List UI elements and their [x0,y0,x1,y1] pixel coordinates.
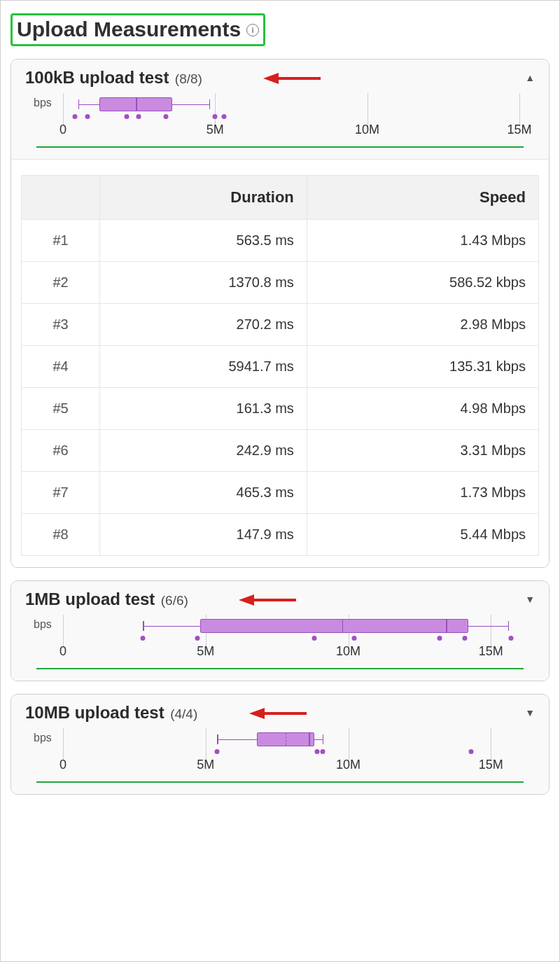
chevron-down-icon[interactable]: ▼ [525,594,535,605]
card-title: 10MB upload test [25,703,164,722]
card-header-1mb[interactable]: 1MB upload test (6/6) ▼ bps [11,581,549,681]
annotation-arrow-icon [249,706,308,721]
row-index: #7 [22,471,100,513]
row-duration: 270.2 ms [100,303,307,345]
card-count: (6/6) [161,593,188,608]
upload-test-card-1mb: 1MB upload test (6/6) ▼ bps [10,580,550,681]
axis-label: bps [34,618,52,631]
th-speed: Speed [307,175,538,219]
row-duration: 1370.8 ms [100,261,307,303]
tick-label: 10M [336,758,360,772]
row-duration: 147.9 ms [100,513,307,555]
tick-label: 15M [479,758,503,772]
row-speed: 5.44 Mbps [307,513,538,555]
boxplot-1mb: bps [25,609,535,669]
svg-marker-3 [239,594,254,606]
chevron-down-icon[interactable]: ▼ [525,707,535,718]
divider-line [36,668,524,669]
row-index: #4 [22,345,100,387]
row-duration: 465.3 ms [100,471,307,513]
annotation-arrow-icon [263,71,322,86]
card-body-100kb: Duration Speed #1 563.5 ms 1.43 Mbps #2 … [11,160,549,556]
row-duration: 5941.7 ms [100,345,307,387]
row-duration: 563.5 ms [100,219,307,261]
chevron-up-icon[interactable]: ▲ [525,72,535,83]
svg-marker-1 [263,73,279,84]
card-title: 100kB upload test [25,68,169,87]
card-header-10mb[interactable]: 10MB upload test (4/4) ▼ bps [11,695,549,794]
card-count: (4/4) [170,706,197,721]
table-row: #6 242.9 ms 3.31 Mbps [22,429,539,471]
tick-label: 5M [197,758,214,772]
tick-label: 15M [507,123,531,137]
row-index: #1 [22,219,100,261]
tick-label: 10M [336,644,360,659]
row-speed: 1.43 Mbps [307,219,538,261]
table-row: #7 465.3 ms 1.73 Mbps [22,471,539,513]
upload-test-card-100kb: 100kB upload test (8/8) ▲ bps [10,59,550,568]
table-row: #1 563.5 ms 1.43 Mbps [22,219,539,261]
tick-label: 0 [59,758,66,772]
measurements-table: Duration Speed #1 563.5 ms 1.43 Mbps #2 … [21,175,539,556]
table-row: #5 161.3 ms 4.98 Mbps [22,387,539,429]
row-speed: 135.31 kbps [307,345,538,387]
boxplot-10mb: bps [25,723,535,783]
row-speed: 2.98 Mbps [307,303,538,345]
table-header-row: Duration Speed [22,175,539,219]
row-speed: 4.98 Mbps [307,387,538,429]
row-index: #5 [22,387,100,429]
table-row: #3 270.2 ms 2.98 Mbps [22,303,539,345]
tick-label: 0 [59,123,66,137]
row-duration: 161.3 ms [100,387,307,429]
table-row: #8 147.9 ms 5.44 Mbps [22,513,539,555]
row-index: #3 [22,303,100,345]
card-header-100kb[interactable]: 100kB upload test (8/8) ▲ bps [11,60,549,160]
th-duration: Duration [100,175,307,219]
tick-label: 15M [479,644,503,659]
table-row: #2 1370.8 ms 586.52 kbps [22,261,539,303]
svg-marker-5 [249,708,265,719]
axis-label: bps [34,97,52,109]
row-speed: 3.31 Mbps [307,429,538,471]
row-index: #8 [22,513,100,555]
divider-line [36,781,524,783]
row-speed: 586.52 kbps [307,261,538,303]
annotation-arrow-icon [239,592,298,608]
info-icon[interactable]: i [246,24,259,36]
row-speed: 1.73 Mbps [307,471,538,513]
divider-line [36,146,524,148]
table-row: #4 5941.7 ms 135.31 kbps [22,345,539,387]
boxplot-100kb: bps [25,88,535,148]
upload-test-card-10mb: 10MB upload test (4/4) ▼ bps [10,694,550,795]
page-title-text: Upload Measurements [17,15,241,44]
axis-label: bps [34,732,52,744]
row-duration: 242.9 ms [100,429,307,471]
tick-label: 5M [197,644,214,659]
page-title: Upload Measurements i [10,13,265,46]
card-count: (8/8) [175,71,202,86]
card-title: 1MB upload test [25,590,155,608]
row-index: #2 [22,261,100,303]
tick-label: 10M [355,123,379,137]
row-index: #6 [22,429,100,471]
tick-label: 5M [206,123,224,137]
th-blank [22,175,100,219]
tick-label: 0 [59,644,66,659]
